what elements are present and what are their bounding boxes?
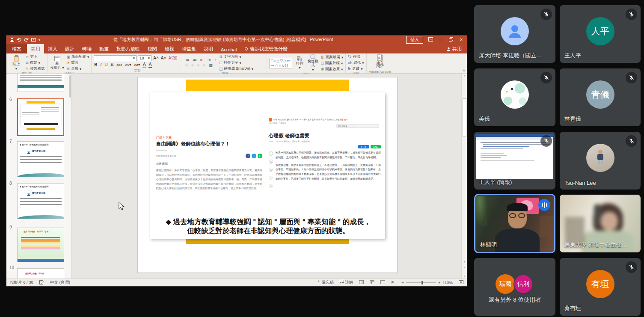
- font-color-button[interactable]: A: [148, 62, 152, 68]
- sign-in-button[interactable]: 登入: [406, 36, 423, 44]
- normal-view-icon[interactable]: [359, 280, 364, 285]
- copy-button[interactable]: ⧉複製▾: [26, 60, 45, 65]
- scroll-down-icon[interactable]: ∨: [462, 275, 467, 278]
- zoom-out-button[interactable]: −: [401, 280, 404, 285]
- previous-slide-icon[interactable]: ∧: [462, 261, 467, 264]
- undo-icon[interactable]: [17, 38, 21, 42]
- screenshare-tile[interactable]: 王人平 (簡報): [474, 132, 555, 190]
- notes-button[interactable]: ≜ 備忘稿: [317, 280, 334, 285]
- align-text-button[interactable]: ⊟對齊文字▾: [219, 60, 253, 65]
- italic-button[interactable]: I: [100, 62, 102, 67]
- tab-file[interactable]: 檔案: [6, 44, 27, 53]
- thumbnail-scrollbar[interactable]: [69, 75, 71, 98]
- arrange-button[interactable]: 排列▾: [294, 56, 305, 70]
- font-name-combo[interactable]: ▾: [94, 55, 137, 61]
- format-painter-button[interactable]: ✎複製格式: [26, 66, 45, 71]
- language-indicator[interactable]: 中文 (台灣): [50, 280, 70, 285]
- tab-addins[interactable]: 增益集: [178, 44, 200, 53]
- zoom-slider[interactable]: [406, 282, 436, 283]
- tell-me-box[interactable]: 告訴我您想做什麼: [241, 44, 291, 53]
- redo-icon[interactable]: [24, 38, 29, 42]
- grow-font-button[interactable]: A˄: [153, 56, 159, 60]
- layout-button[interactable]: ▣版面配置▾: [67, 54, 89, 59]
- ribbon-display-options-icon[interactable]: [427, 37, 433, 42]
- underline-button[interactable]: U: [104, 62, 108, 67]
- create-pdf-button[interactable]: 建立 PDF: [372, 54, 388, 69]
- slide-thumbnail-9[interactable]: 教師工作時數：每日10.2小時: [17, 228, 64, 262]
- next-slide-icon[interactable]: ∨: [462, 266, 467, 269]
- quick-styles-button[interactable]: 快速樣 式▾: [307, 54, 319, 72]
- clear-format-button[interactable]: A⌫: [168, 56, 178, 60]
- slide-thumbnail-8[interactable]: ◆ 教師的心理健康議題值得被重視 國立屏東大學: [17, 183, 64, 219]
- find-button[interactable]: 尋找: [348, 54, 364, 59]
- list-and-indent-buttons[interactable]: ≔ ≕ ⇤ ⇥ ↕: [185, 58, 217, 62]
- slide-sorter-view-icon[interactable]: [370, 280, 374, 285]
- collapse-ribbon-icon[interactable]: ∧: [463, 68, 465, 72]
- shrink-font-button[interactable]: A˅: [160, 56, 167, 60]
- canvas-scrollbar[interactable]: ∧ ∧ ∨ ∨: [461, 74, 467, 278]
- shape-effects-button[interactable]: ◉圖案效果▾: [321, 67, 343, 72]
- minimize-button[interactable]: –: [438, 37, 444, 42]
- zoom-slider-knob[interactable]: [421, 281, 423, 284]
- strikethrough-button[interactable]: S: [110, 62, 114, 67]
- participant-tile[interactable]: 青儀 林青儀: [560, 68, 641, 126]
- participant-tile[interactable]: 美儀: [474, 68, 555, 126]
- select-button[interactable]: 選取▾: [348, 66, 364, 71]
- slide-thumbnail-7[interactable]: ◆ 教師的心理健康議題值得被重視 國立屏東大學: [17, 141, 64, 177]
- tab-transitions[interactable]: 轉場: [78, 44, 95, 53]
- text-direction-button[interactable]: ⇅文字方向▾: [219, 54, 253, 59]
- active-speaker-tile[interactable]: 林顯明: [474, 194, 555, 253]
- tab-help[interactable]: 說明: [200, 44, 217, 53]
- zoom-percentage[interactable]: 113%: [442, 280, 453, 285]
- participant-tile[interactable]: 屏大師培-李捷聰（國立…: [474, 5, 555, 63]
- slide-thumbnail-6-selected[interactable]: [17, 98, 64, 136]
- tab-design[interactable]: 設計: [61, 44, 78, 53]
- restore-button[interactable]: [448, 37, 454, 42]
- shadow-button[interactable]: abc: [116, 63, 122, 67]
- change-case-button[interactable]: Aa▾: [134, 63, 140, 67]
- tab-review[interactable]: 校閱: [144, 44, 161, 53]
- share-button[interactable]: 共用: [442, 44, 467, 53]
- replace-button[interactable]: ab取代▾: [348, 60, 364, 65]
- new-slide-button[interactable]: 新 投影片 ▾: [50, 56, 65, 70]
- fit-slide-icon[interactable]: [459, 280, 463, 285]
- shape-fill-button[interactable]: ◧圖案填滿▾: [321, 55, 343, 60]
- char-spacing-button[interactable]: AV▾: [125, 63, 131, 67]
- smartart-button[interactable]: ◫轉換成 SmartArt▾: [219, 66, 253, 71]
- start-slideshow-icon[interactable]: [31, 38, 36, 42]
- section-button[interactable]: ≣章節▾: [67, 66, 89, 71]
- slide-thumbnail-5[interactable]: [17, 74, 64, 92]
- slide-thumbnail-panel[interactable]: 6 7 ◆ 教師的心理健康議題值得被重: [6, 74, 72, 278]
- tab-view[interactable]: 檢視: [161, 44, 178, 53]
- save-icon[interactable]: [10, 38, 14, 42]
- participant-tile[interactable]: Tsu-Nan Lee: [560, 132, 641, 190]
- participant-tile[interactable]: 屏東大學 師培中心主任…: [560, 195, 641, 252]
- zoom-in-button[interactable]: +: [438, 280, 441, 285]
- paste-button[interactable]: 貼上▾: [9, 55, 24, 71]
- shape-outline-button[interactable]: ◻圖案外框▾: [321, 61, 343, 66]
- font-size-combo[interactable]: 18▾: [138, 55, 151, 61]
- tab-home[interactable]: 常用: [27, 44, 44, 53]
- tab-animations[interactable]: 動畫: [95, 44, 113, 53]
- scrollbar-thumb[interactable]: [463, 98, 466, 137]
- spellcheck-icon[interactable]: [39, 280, 44, 285]
- slide-thumbnail-10[interactable]: 教師壓力分數：6.94分: [17, 268, 64, 278]
- participant-tile[interactable]: 有垣 蔡有垣: [560, 258, 641, 316]
- reading-view-icon[interactable]: [380, 280, 385, 285]
- tab-insert[interactable]: 插入: [44, 44, 61, 53]
- alignment-buttons[interactable]: ≡ ≡ ≡ ≡ ▦: [185, 64, 217, 68]
- close-button[interactable]: ×: [458, 37, 464, 42]
- shape-gallery[interactable]: □○△▽◇▭ ⇒☆∩∪(): [269, 58, 292, 68]
- current-slide[interactable]: 評論 > 投書 自由開講》老師也該有心理假？！ 2023/08/21 10:31…: [138, 77, 397, 273]
- cut-button[interactable]: ✂剪下: [26, 54, 45, 59]
- comments-button[interactable]: 註解: [340, 280, 353, 285]
- highlight-button[interactable]: A: [142, 62, 146, 68]
- bold-button[interactable]: B: [94, 62, 98, 67]
- slide-canvas[interactable]: 評論 > 投書 自由開講》老師也該有心理假？！ 2023/08/21 10:31…: [72, 74, 467, 278]
- scroll-up-icon[interactable]: ∧: [462, 74, 467, 77]
- overflow-tile[interactable]: 瑞菊 信利 還有另外 8 位使用者: [474, 258, 555, 316]
- tab-slideshow[interactable]: 投影片放映: [113, 44, 144, 53]
- reset-button[interactable]: ⟳重設: [67, 60, 89, 65]
- tab-acrobat[interactable]: Acrobat: [217, 45, 241, 53]
- participant-tile[interactable]: 人平 王人平: [560, 5, 641, 63]
